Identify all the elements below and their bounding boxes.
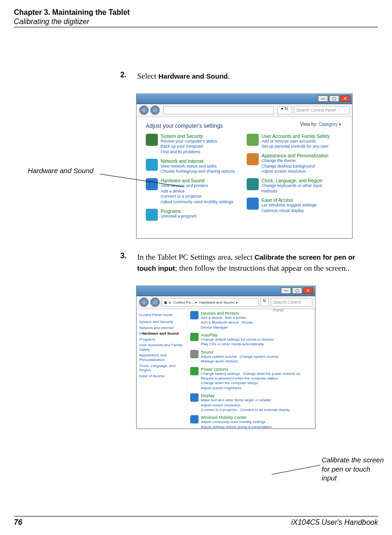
group-link[interactable]: Adjust screen resolution	[201, 403, 240, 407]
category-title[interactable]: Appearance and Personalization	[261, 153, 329, 158]
maximize-button[interactable]: ▢	[329, 95, 339, 102]
forward-button[interactable]	[150, 298, 160, 307]
category-item[interactable]: System and SecurityReview your computer'…	[146, 134, 238, 155]
category-title[interactable]: Clock, Language, and Region	[261, 178, 339, 183]
group-title[interactable]: Windows Mobility Center	[201, 415, 312, 420]
group-link[interactable]: Adjust system volume	[201, 355, 237, 359]
group-link[interactable]: Adjust screen brightness	[201, 386, 242, 390]
category-title[interactable]: Ease of Access	[261, 198, 317, 203]
refresh-button[interactable]: ▾ ↻	[277, 106, 292, 114]
category-link[interactable]: Set up parental controls for any user	[261, 144, 330, 149]
group-body: Power OptionsChange battery settingsChan…	[201, 367, 312, 391]
group-link[interactable]: Manage audio devices	[201, 359, 238, 363]
sidebar-item[interactable]: Appearance and Personalization	[139, 353, 184, 362]
folder-icon: ▣	[164, 300, 168, 305]
breadcrumb[interactable]: ▣ ▸ Control Pa... ▸ Hardware and Sound ▸	[162, 298, 259, 306]
category-body: Network and InternetView network status …	[161, 159, 235, 174]
view-by[interactable]: View by: Category ▾	[300, 122, 341, 127]
search-box[interactable]: Search Control Panel	[271, 298, 312, 306]
group-link[interactable]: Add a printer	[225, 316, 246, 320]
group-title[interactable]: Power Options	[201, 367, 312, 372]
search-box[interactable]: Search Control Panel	[294, 106, 349, 114]
back-button[interactable]	[139, 298, 149, 307]
group-link[interactable]: Require a password when the computer wak…	[201, 376, 278, 380]
category-link[interactable]: View devices and printers	[161, 183, 233, 189]
category-link[interactable]: Adjust commonly used mobility settings	[161, 199, 233, 205]
category-icon	[247, 178, 259, 190]
sidebar-item[interactable]: Programs	[139, 337, 184, 342]
settings-group: Devices and PrintersAdd a deviceAdd a pr…	[190, 311, 312, 330]
category-title[interactable]: System and Security	[161, 134, 217, 139]
sidebar-item[interactable]: User Accounts and Family Safety	[139, 343, 184, 352]
group-title[interactable]: Display	[201, 393, 312, 398]
category-link[interactable]: Uninstall a program	[161, 214, 197, 219]
group-link[interactable]: Change when the computer sleeps	[201, 381, 258, 385]
group-link[interactable]: Change battery settings	[201, 372, 240, 376]
category-item[interactable]: Clock, Language, and RegionChange keyboa…	[247, 178, 339, 194]
address-bar[interactable]	[163, 106, 274, 114]
category-title[interactable]: User Accounts and Family Safety	[261, 134, 330, 139]
category-item[interactable]: Network and InternetView network status …	[146, 159, 238, 174]
step-text-post: ; then follow the instructions that appe…	[175, 264, 349, 273]
group-link[interactable]: Make text and other items larger or smal…	[201, 398, 271, 402]
sidebar-home[interactable]: Control Panel Home	[139, 313, 184, 317]
group-link[interactable]: Device Manager	[201, 325, 228, 330]
category-item[interactable]: Hardware and SoundView devices and print…	[146, 178, 238, 205]
sidebar-item[interactable]: • Hardware and Sound	[139, 331, 184, 336]
group-link[interactable]: Change what the power buttons do	[243, 372, 300, 376]
sidebar-item[interactable]: Network and Internet	[139, 326, 184, 330]
group-link[interactable]: Connect to an external display	[240, 408, 290, 412]
group-title[interactable]: Devices and Printers	[201, 311, 312, 316]
category-link[interactable]: Adjust screen resolution	[261, 169, 329, 174]
category-item[interactable]: ProgramsUninstall a program	[146, 209, 238, 221]
close-button[interactable]: ✕	[340, 95, 350, 102]
control-panel-body: Adjust your computer's settings View by:…	[137, 117, 352, 230]
group-link[interactable]: Connect to a projector	[201, 408, 237, 412]
group-link[interactable]: Add a Bluetooth device	[201, 320, 239, 324]
category-item[interactable]: User Accounts and Family SafetyAdd or re…	[247, 134, 339, 149]
minimize-button[interactable]: —	[318, 95, 328, 102]
category-link[interactable]: Let Windows suggest settings	[261, 203, 317, 208]
category-link[interactable]: Back up your computer	[161, 144, 217, 149]
group-link[interactable]: Adjust commonly used mobility settings	[201, 420, 266, 424]
group-link[interactable]: Adjust settings before giving a presenta…	[201, 425, 272, 429]
category-link[interactable]: View network status and tasks	[161, 164, 235, 169]
group-links: Change battery settingsChange what the p…	[201, 372, 312, 391]
group-icon	[190, 415, 199, 423]
group-title[interactable]: Sound	[201, 350, 312, 355]
group-link[interactable]: Mouse	[242, 320, 253, 324]
group-body: Devices and PrintersAdd a deviceAdd a pr…	[201, 311, 312, 330]
category-link[interactable]: Optimize visual display	[261, 208, 317, 214]
group-body: SoundAdjust system volumeChange system s…	[201, 350, 312, 364]
back-button[interactable]	[139, 106, 149, 115]
category-link[interactable]: Change desktop background	[261, 164, 329, 169]
category-link[interactable]: Add a device	[161, 189, 233, 194]
category-link[interactable]: Choose homegroup and sharing options	[161, 169, 235, 174]
category-link[interactable]: Connect to a projector	[161, 194, 233, 199]
category-link[interactable]: Add or remove user accounts	[261, 139, 330, 144]
minimize-button[interactable]: —	[281, 287, 291, 294]
group-title[interactable]: AutoPlay	[201, 333, 312, 337]
category-item[interactable]: Appearance and PersonalizationChange the…	[247, 153, 339, 174]
close-button[interactable]: ✕	[303, 287, 313, 294]
category-item[interactable]: Ease of AccessLet Windows suggest settin…	[247, 198, 339, 213]
sidebar-item[interactable]: System and Security	[139, 320, 184, 324]
category-link[interactable]: Find and fix problems	[161, 149, 217, 155]
category-link[interactable]: Change the theme	[261, 158, 329, 164]
category-link[interactable]: Review your computer's status	[161, 139, 217, 144]
group-link[interactable]: Change system sounds	[240, 355, 279, 359]
maximize-button[interactable]: ▢	[292, 287, 302, 294]
group-link[interactable]: Add a device	[201, 316, 222, 320]
refresh-button[interactable]: ↻	[261, 298, 269, 306]
category-link[interactable]: Change keyboards or other input methods	[261, 183, 339, 194]
category-title[interactable]: Network and Internet	[161, 159, 235, 164]
group-icon	[190, 393, 199, 402]
sidebar-item[interactable]: Ease of Access	[139, 374, 184, 379]
sidebar-item[interactable]: Clock, Language, and Region	[139, 364, 184, 373]
category-title[interactable]: Programs	[161, 209, 197, 214]
group-link[interactable]: Play CDs or other media automatically	[201, 342, 264, 346]
group-link[interactable]: Change default settings for media or dev…	[201, 337, 274, 342]
forward-button[interactable]	[150, 106, 160, 115]
window-titlebar: — ▢ ✕	[137, 94, 352, 104]
category-title[interactable]: Hardware and Sound	[161, 178, 233, 183]
